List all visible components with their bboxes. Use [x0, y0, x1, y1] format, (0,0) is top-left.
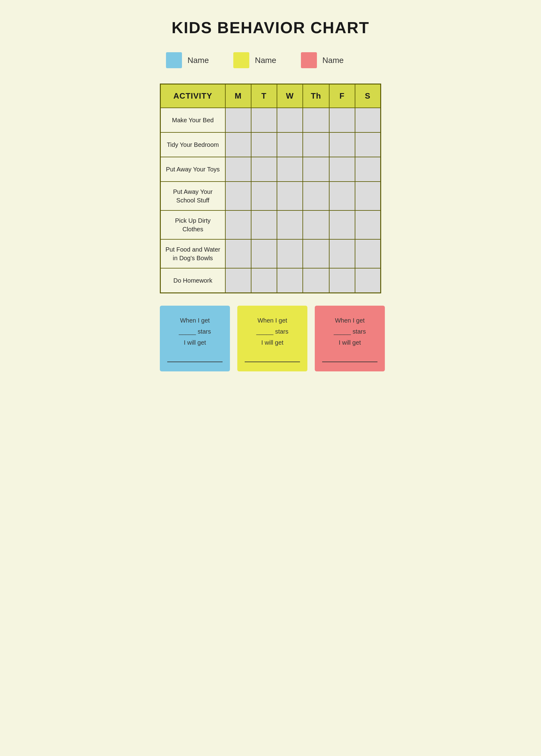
data-cell-6-W[interactable]	[277, 268, 303, 293]
legend-label-yellow: Name	[255, 56, 276, 65]
behavior-chart-table: ACTIVITY MTWThFS Make Your BedTidy Your …	[160, 84, 381, 293]
data-cell-6-S[interactable]	[355, 268, 381, 293]
data-cell-2-F[interactable]	[329, 157, 355, 181]
page-title: KIDS BEHAVIOR CHART	[160, 18, 381, 37]
data-cell-4-T[interactable]	[251, 210, 277, 239]
data-cell-6-F[interactable]	[329, 268, 355, 293]
data-cell-3-M[interactable]	[225, 181, 251, 210]
data-cell-4-W[interactable]	[277, 210, 303, 239]
activity-cell-6: Do Homework	[161, 268, 225, 293]
legend-color-blue	[166, 52, 182, 68]
data-cell-2-T[interactable]	[251, 157, 277, 181]
data-cell-4-M[interactable]	[225, 210, 251, 239]
data-cell-5-W[interactable]	[277, 239, 303, 268]
table-row: Do Homework	[161, 268, 381, 293]
day-header-Th: Th	[303, 84, 329, 108]
table-body: Make Your BedTidy Your BedroomPut Away Y…	[161, 108, 381, 293]
data-cell-1-S[interactable]	[355, 132, 381, 157]
legend-label-blue: Name	[188, 56, 209, 65]
data-cell-5-S[interactable]	[355, 239, 381, 268]
data-cell-5-F[interactable]	[329, 239, 355, 268]
data-cell-1-Th[interactable]	[303, 132, 329, 157]
data-cell-4-S[interactable]	[355, 210, 381, 239]
activity-cell-3: Put Away Your School Stuff	[161, 181, 225, 210]
page: KIDS BEHAVIOR CHART NameNameName ACTIVIT…	[135, 0, 406, 390]
data-cell-2-S[interactable]	[355, 157, 381, 181]
legend-label-pink: Name	[322, 56, 344, 65]
data-cell-2-M[interactable]	[225, 157, 251, 181]
data-cell-3-F[interactable]	[329, 181, 355, 210]
data-cell-3-S[interactable]	[355, 181, 381, 210]
legend-item-yellow: Name	[233, 52, 276, 68]
day-header-T: T	[251, 84, 277, 108]
data-cell-6-T[interactable]	[251, 268, 277, 293]
data-cell-6-Th[interactable]	[303, 268, 329, 293]
table-header-row: ACTIVITY MTWThFS	[161, 84, 381, 108]
data-cell-5-Th[interactable]	[303, 239, 329, 268]
activity-cell-4: Pick Up Dirty Clothes	[161, 210, 225, 239]
activity-cell-1: Tidy Your Bedroom	[161, 132, 225, 157]
data-cell-0-M[interactable]	[225, 108, 251, 132]
data-cell-3-T[interactable]	[251, 181, 277, 210]
data-cell-3-Th[interactable]	[303, 181, 329, 210]
data-cell-2-W[interactable]	[277, 157, 303, 181]
data-cell-5-T[interactable]	[251, 239, 277, 268]
data-cell-0-W[interactable]	[277, 108, 303, 132]
day-header-S: S	[355, 84, 381, 108]
reward-text-yellow: When I get_____ starsI will get	[245, 315, 300, 362]
data-cell-0-S[interactable]	[355, 108, 381, 132]
legend-color-yellow	[233, 52, 249, 68]
table-row: Tidy Your Bedroom	[161, 132, 381, 157]
data-cell-0-F[interactable]	[329, 108, 355, 132]
data-cell-2-Th[interactable]	[303, 157, 329, 181]
reward-text-blue: When I get_____ starsI will get	[167, 315, 223, 362]
table-row: Pick Up Dirty Clothes	[161, 210, 381, 239]
activity-header: ACTIVITY	[161, 84, 225, 108]
reward-section: When I get_____ starsI will get When I g…	[160, 306, 381, 372]
day-header-M: M	[225, 84, 251, 108]
data-cell-1-F[interactable]	[329, 132, 355, 157]
data-cell-4-F[interactable]	[329, 210, 355, 239]
legend: NameNameName	[160, 52, 381, 68]
reward-card-pink: When I get_____ starsI will get	[315, 306, 385, 372]
data-cell-0-T[interactable]	[251, 108, 277, 132]
data-cell-6-M[interactable]	[225, 268, 251, 293]
table-row: Put Away Your Toys	[161, 157, 381, 181]
legend-item-pink: Name	[301, 52, 344, 68]
data-cell-3-W[interactable]	[277, 181, 303, 210]
day-header-F: F	[329, 84, 355, 108]
reward-card-yellow: When I get_____ starsI will get	[237, 306, 307, 372]
activity-cell-5: Put Food and Water in Dog's Bowls	[161, 239, 225, 268]
day-header-W: W	[277, 84, 303, 108]
data-cell-5-M[interactable]	[225, 239, 251, 268]
legend-color-pink	[301, 52, 317, 68]
reward-card-blue: When I get_____ starsI will get	[160, 306, 230, 372]
legend-item-blue: Name	[166, 52, 209, 68]
table-row: Put Food and Water in Dog's Bowls	[161, 239, 381, 268]
table-row: Make Your Bed	[161, 108, 381, 132]
table-row: Put Away Your School Stuff	[161, 181, 381, 210]
data-cell-1-T[interactable]	[251, 132, 277, 157]
data-cell-1-W[interactable]	[277, 132, 303, 157]
activity-cell-0: Make Your Bed	[161, 108, 225, 132]
data-cell-0-Th[interactable]	[303, 108, 329, 132]
activity-cell-2: Put Away Your Toys	[161, 157, 225, 181]
data-cell-1-M[interactable]	[225, 132, 251, 157]
data-cell-4-Th[interactable]	[303, 210, 329, 239]
reward-text-pink: When I get_____ starsI will get	[322, 315, 377, 362]
